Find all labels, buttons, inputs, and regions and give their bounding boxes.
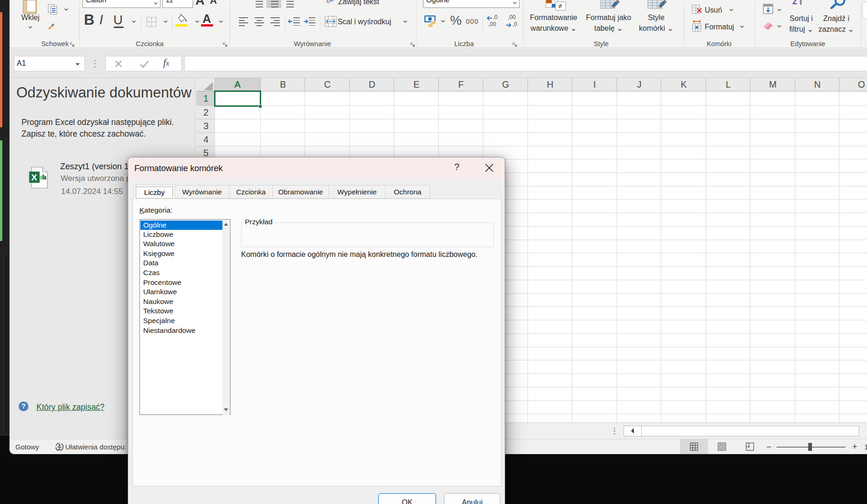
svg-text:X: X bbox=[31, 173, 37, 182]
svg-text:≠: ≠ bbox=[558, 2, 562, 10]
